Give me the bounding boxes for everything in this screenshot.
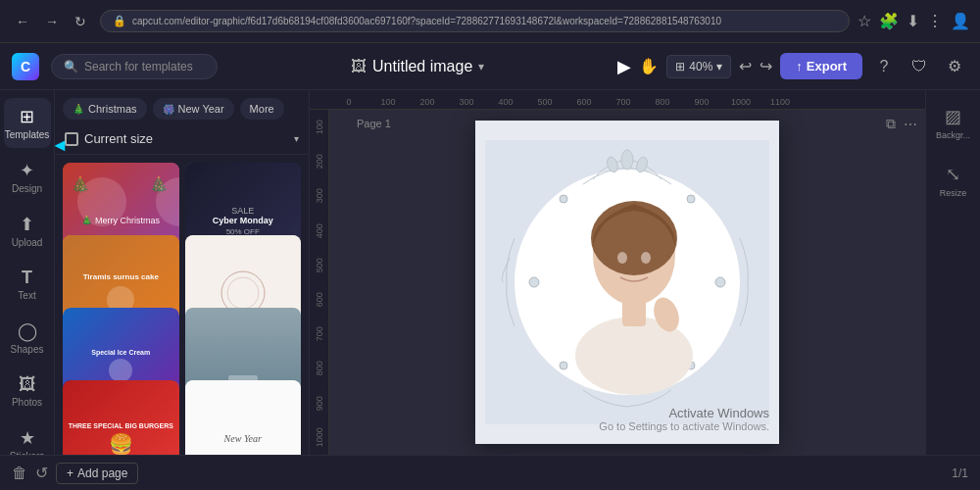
resize-label: Resize	[940, 188, 967, 198]
zoom-control[interactable]: ⊞ 40% ▾	[666, 55, 731, 78]
sidebar-item-photos[interactable]: 🖼 Photos	[4, 367, 51, 416]
sidebar-item-stickers[interactable]: ★ Stickers	[4, 419, 51, 455]
sidebar-item-templates[interactable]: ⊞ Templates	[4, 98, 51, 148]
doc-title-area: 🖼 Untitled image ▾	[229, 58, 606, 75]
ruler-v-400: 400	[310, 214, 328, 248]
sidebar-item-design[interactable]: ✦ Design	[4, 152, 51, 202]
template-card-7[interactable]: THREE SPECIAL BIG BURGERS 🍔	[63, 380, 179, 455]
right-panel-background[interactable]: ▨ Backgr...	[932, 102, 974, 144]
canvas-viewport[interactable]: Page 1 ⧉ ⋯	[329, 110, 925, 455]
upload-label: Upload	[12, 237, 43, 248]
resize-icon: ⤡	[946, 164, 960, 185]
design-label: Design	[12, 183, 42, 194]
refresh-button[interactable]: ↻	[69, 12, 92, 31]
doc-title[interactable]: Untitled image	[372, 58, 472, 75]
ruler-1100: 1100	[760, 97, 800, 107]
help-button[interactable]: ?	[870, 53, 898, 80]
svg-point-10	[715, 277, 725, 287]
activate-title: Activate Windows	[599, 406, 769, 420]
templates-label: Templates	[5, 129, 50, 140]
activate-watermark: Activate Windows Go to Settings to activ…	[599, 406, 769, 432]
ruler-1000: 1000	[721, 97, 760, 107]
add-page-button[interactable]: + Add page	[56, 463, 138, 484]
search-placeholder: Search for templates	[84, 60, 193, 74]
tab-new-year[interactable]: 🎆 New Year	[153, 98, 234, 120]
sidebar-item-upload[interactable]: ⬆ Upload	[4, 206, 51, 256]
search-box[interactable]: 🔍 Search for templates	[51, 54, 218, 79]
current-size-label: Current size	[84, 131, 288, 146]
shapes-icon: ◯	[18, 320, 37, 342]
ruler-500: 500	[525, 97, 564, 107]
appbar-right: ▶ ✋ ⊞ 40% ▾ ↩ ↪ ↑ Export ? 🛡 ⚙	[617, 53, 968, 80]
templates-panel: 🎄 Christmas 🎆 New Year More Current size…	[55, 90, 310, 455]
tab-christmas[interactable]: 🎄 Christmas	[63, 98, 147, 120]
right-panel: ▨ Backgr... ⤡ Resize	[925, 90, 980, 455]
title-dropdown-arrow[interactable]: ▾	[478, 60, 484, 74]
right-panel-resize[interactable]: ⤡ Resize	[936, 160, 971, 202]
ruler-v-300: 300	[310, 178, 328, 213]
arrow-indicator: ◄	[51, 135, 69, 156]
more-icon[interactable]: ⋮	[927, 12, 943, 30]
stickers-icon: ★	[20, 427, 35, 449]
ruler-300: 300	[447, 97, 486, 107]
new-year-label: New Year	[178, 103, 224, 115]
ruler-v-900: 900	[310, 386, 328, 420]
history-button[interactable]: ↺	[35, 464, 48, 482]
upload-icon: ⬆	[20, 214, 34, 235]
template-7-title: THREE SPECIAL BIG BURGERS	[69, 421, 173, 430]
svg-point-8	[687, 195, 695, 203]
download-icon[interactable]: ⬇	[906, 12, 919, 30]
browser-topbar: ← → ↻ 🔒 capcut.com/editor-graphic/f6d17d…	[0, 0, 980, 43]
ruler-top: 0 100 200 300 400 500 600 700 800 900 10…	[310, 90, 925, 110]
photos-label: Photos	[12, 397, 42, 408]
ruler-left: 100 200 300 400 500 600 700 800 900 1000	[310, 110, 329, 455]
export-button[interactable]: ↑ Export	[780, 53, 862, 79]
text-label: Text	[18, 290, 35, 301]
undo-button[interactable]: ↩	[739, 57, 752, 75]
page-actions-top: ⧉ ⋯	[886, 116, 917, 132]
page-copy-button[interactable]: ⧉	[886, 116, 896, 132]
bookmark-icon[interactable]: ☆	[858, 12, 871, 30]
ruler-v-500: 500	[310, 248, 328, 282]
settings-button[interactable]: ⚙	[941, 53, 968, 80]
shapes-label: Shapes	[11, 344, 44, 355]
nav-buttons: ← → ↻	[10, 12, 92, 31]
hand-tool-button[interactable]: ✋	[639, 57, 659, 75]
christmas-icon: 🎄	[73, 104, 84, 115]
profile-icon[interactable]: 👤	[951, 12, 970, 30]
shield-button[interactable]: 🛡	[906, 53, 933, 80]
svg-point-14	[591, 201, 677, 275]
trash-button[interactable]: 🗑	[12, 465, 27, 482]
canvas-body: 100 200 300 400 500 600 700 800 900 1000…	[310, 110, 925, 455]
page-more-button[interactable]: ⋯	[904, 116, 917, 132]
svg-point-4	[621, 150, 633, 170]
current-size-bar[interactable]: Current size ▾	[55, 123, 309, 155]
bottom-left: 🗑 ↺ + Add page	[12, 463, 138, 484]
ruler-0: 0	[329, 97, 368, 107]
tab-more[interactable]: More	[240, 98, 284, 120]
canvas-frame[interactable]: Activate Windows Go to Settings to activ…	[475, 121, 779, 444]
extensions-icon[interactable]: 🧩	[879, 12, 899, 30]
sidebar-item-text[interactable]: T Text	[4, 260, 51, 309]
export-arrow-icon: ↑	[796, 59, 803, 74]
template-card-8[interactable]: New Year	[185, 380, 302, 455]
template-5-title: Special Ice Cream	[91, 349, 150, 356]
forward-button[interactable]: →	[39, 12, 65, 31]
text-icon: T	[22, 268, 32, 288]
export-label: Export	[807, 59, 847, 74]
url-bar[interactable]: 🔒 capcut.com/editor-graphic/f6d17d6b6819…	[100, 10, 850, 32]
background-icon: ▨	[945, 106, 961, 127]
template-8-title: New Year	[224, 433, 262, 444]
image-icon: 🖼	[351, 58, 367, 75]
design-icon: ✦	[20, 160, 34, 181]
page-counter: 1/1	[952, 466, 968, 480]
play-button[interactable]: ▶	[617, 56, 631, 77]
url-text: capcut.com/editor-graphic/f6d17d6b68194c…	[132, 16, 721, 26]
bottom-right: 1/1	[952, 466, 968, 480]
lock-icon: 🔒	[113, 15, 126, 27]
back-button[interactable]: ←	[10, 12, 35, 31]
appbar: C 🔍 Search for templates 🖼 Untitled imag…	[0, 43, 980, 90]
sidebar-item-shapes[interactable]: ◯ Shapes	[4, 313, 51, 363]
christmas-label: Christmas	[88, 103, 137, 115]
redo-button[interactable]: ↪	[760, 57, 772, 75]
